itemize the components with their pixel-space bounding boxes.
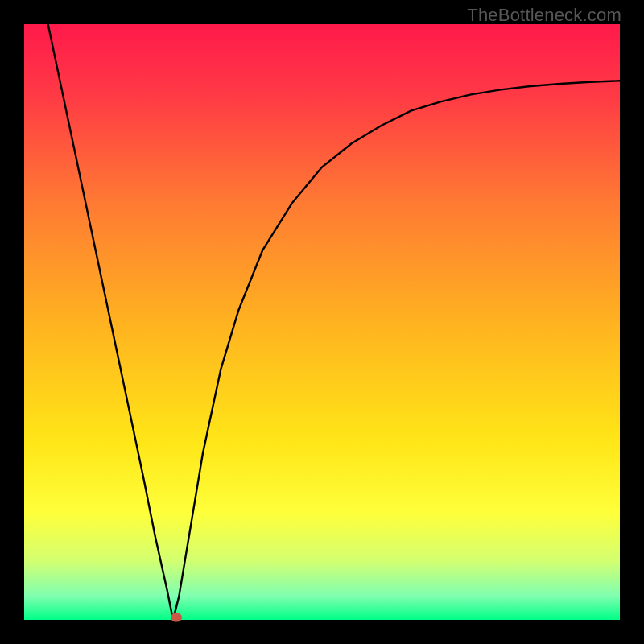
gradient-background bbox=[24, 24, 620, 620]
watermark-text: TheBottleneck.com bbox=[467, 5, 621, 26]
bottleneck-chart bbox=[24, 24, 620, 620]
optimal-point-marker bbox=[171, 613, 182, 622]
chart-frame bbox=[24, 24, 620, 620]
